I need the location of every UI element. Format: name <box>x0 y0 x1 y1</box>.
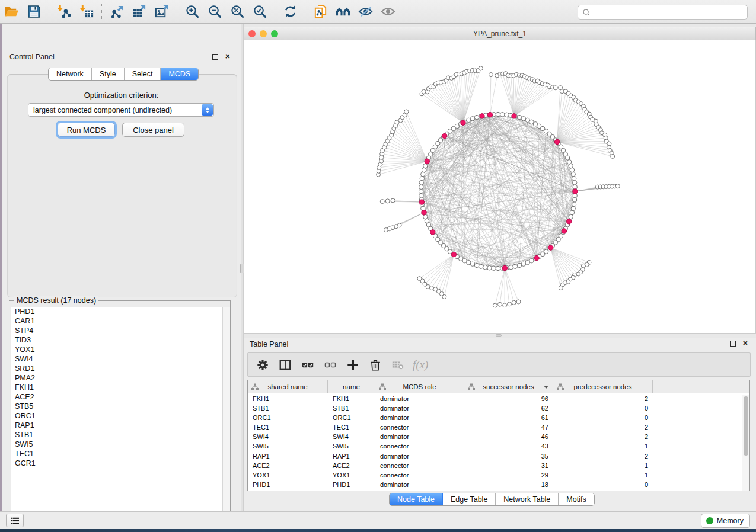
mcds-result-item[interactable]: SWI4 <box>11 354 230 364</box>
graph-mcds-node[interactable] <box>451 252 456 257</box>
mcds-result-item[interactable]: SRD1 <box>11 364 230 373</box>
refresh-button[interactable] <box>280 2 300 21</box>
graph-node[interactable] <box>516 300 521 304</box>
graph-mcds-node[interactable] <box>512 114 516 118</box>
tab-node-table[interactable]: Node Table <box>390 493 443 505</box>
export-image-button[interactable] <box>152 2 172 21</box>
graph-node[interactable] <box>513 264 517 268</box>
delete-table-button[interactable] <box>389 356 407 374</box>
mcds-result-item[interactable]: CAR1 <box>11 316 230 326</box>
close-panel-icon[interactable]: × <box>225 52 230 61</box>
table-row[interactable]: SWI4SWI4dominator462 <box>248 432 743 442</box>
column-header-shared-name[interactable]: shared name <box>248 380 328 393</box>
graph-node[interactable] <box>380 200 384 204</box>
export-network-button[interactable] <box>107 2 127 21</box>
graph-mcds-node[interactable] <box>430 230 435 235</box>
table-row[interactable]: SWI5SWI5connector431 <box>248 442 743 451</box>
graph-node[interactable] <box>573 185 577 189</box>
optimization-criterion-select[interactable]: largest connected component (undirected) <box>28 103 214 117</box>
graph-mcds-node[interactable] <box>442 133 446 138</box>
tab-style[interactable]: Style <box>92 68 125 80</box>
graph-node[interactable] <box>419 181 423 185</box>
graph-mcds-node[interactable] <box>573 189 578 194</box>
mcds-result-item[interactable]: YOX1 <box>11 345 230 354</box>
graph-node[interactable] <box>489 73 493 77</box>
task-history-button[interactable] <box>6 514 24 527</box>
mcds-result-item[interactable]: PHD1 <box>11 307 230 316</box>
tab-network[interactable]: Network <box>49 68 92 80</box>
graph-node[interactable] <box>517 115 521 119</box>
tab-select[interactable]: Select <box>125 68 161 80</box>
mcds-result-item[interactable]: SWI5 <box>11 440 230 449</box>
mcds-result-item[interactable]: GCR1 <box>11 459 230 468</box>
function-builder-button[interactable]: f(x) <box>413 358 428 371</box>
graph-node[interactable] <box>512 300 516 305</box>
network-graph[interactable] <box>244 40 755 332</box>
graph-mcds-node[interactable] <box>480 114 484 118</box>
scrollbar-thumb[interactable] <box>744 396 748 456</box>
graph-node[interactable] <box>417 277 422 281</box>
network-canvas[interactable] <box>244 40 756 334</box>
float-window-icon[interactable] <box>212 54 218 60</box>
graph-mcds-node[interactable] <box>422 210 426 215</box>
add-column-button[interactable] <box>344 356 362 374</box>
mcds-result-item[interactable]: RAP1 <box>11 421 230 430</box>
graph-mcds-node[interactable] <box>548 245 553 250</box>
graph-mcds-node[interactable] <box>425 159 429 164</box>
hide-selected-button[interactable] <box>355 2 375 21</box>
graph-node[interactable] <box>572 181 576 185</box>
unselect-all-button[interactable] <box>321 356 339 374</box>
first-neighbors-button[interactable] <box>333 2 353 21</box>
graph-node[interactable] <box>419 189 423 193</box>
save-button[interactable] <box>24 2 44 21</box>
graph-mcds-node[interactable] <box>487 113 492 117</box>
column-header-successor-nodes[interactable]: successor nodes <box>464 380 553 393</box>
graph-node[interactable] <box>421 172 425 176</box>
graph-node[interactable] <box>425 219 429 223</box>
zoom-in-button[interactable] <box>182 2 202 21</box>
table-row[interactable]: PHD1PHD1dominator180 <box>248 480 743 490</box>
mcds-result-item[interactable]: TID3 <box>11 335 230 345</box>
show-column-button[interactable] <box>276 356 294 374</box>
graph-mcds-node[interactable] <box>461 120 465 125</box>
column-header-MCDS-role[interactable]: MCDS role <box>375 380 464 393</box>
mcds-result-item[interactable]: FKH1 <box>11 383 230 392</box>
graph-mcds-node[interactable] <box>534 255 539 260</box>
float-window-icon[interactable] <box>730 341 736 347</box>
table-settings-button[interactable] <box>254 356 272 374</box>
zoom-fit-button[interactable] <box>227 2 247 21</box>
show-all-button[interactable] <box>378 2 398 21</box>
tab-mcds[interactable]: MCDS <box>161 68 198 80</box>
graph-node[interactable] <box>391 198 395 203</box>
mcds-result-item[interactable]: PMA2 <box>11 373 230 383</box>
zoom-out-button[interactable] <box>205 2 225 21</box>
mcds-result-list[interactable]: PHD1CAR1STP4TID3YOX1SWI4SRD1PMA2FKH1ACE2… <box>11 307 230 520</box>
graph-node[interactable] <box>474 263 479 267</box>
graph-node[interactable] <box>467 118 471 122</box>
graph-node[interactable] <box>419 194 423 198</box>
table-row[interactable]: YOX1YOX1connector291 <box>248 471 743 480</box>
search-field[interactable] <box>578 5 748 20</box>
graph-node[interactable] <box>496 112 500 116</box>
graph-node[interactable] <box>496 266 500 270</box>
table-scrollbar[interactable] <box>742 395 749 491</box>
graph-mcds-node[interactable] <box>554 139 559 144</box>
graph-node[interactable] <box>553 86 557 90</box>
splitter-handle[interactable] <box>496 334 502 337</box>
import-table-button[interactable] <box>76 2 97 21</box>
close-panel-icon[interactable]: × <box>743 338 748 348</box>
tab-network-table[interactable]: Network Table <box>496 493 559 505</box>
graph-node[interactable] <box>559 286 563 290</box>
graph-node[interactable] <box>483 265 487 269</box>
graph-node[interactable] <box>474 115 479 119</box>
mcds-result-item[interactable]: ACE2 <box>11 392 230 402</box>
graph-node[interactable] <box>507 302 511 306</box>
mcds-result-item[interactable]: STB1 <box>11 430 230 440</box>
graph-node[interactable] <box>420 177 424 181</box>
mcds-list-scrollbar[interactable] <box>222 307 230 520</box>
graph-node[interactable] <box>571 206 575 210</box>
search-input[interactable] <box>591 8 747 17</box>
open-button[interactable] <box>1 2 21 21</box>
graph-node[interactable] <box>487 265 492 270</box>
import-network-button[interactable] <box>54 2 74 21</box>
